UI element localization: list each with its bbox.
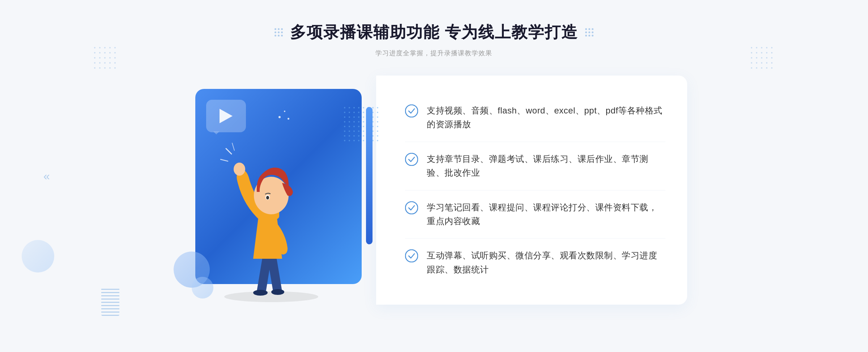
- check-icon-3: [405, 201, 418, 214]
- feature-text-2: 支持章节目录、弹题考试、课后练习、课后作业、章节测验、批改作业: [427, 152, 665, 180]
- svg-line-11: [221, 159, 228, 161]
- svg-line-10: [226, 149, 231, 154]
- left-nav-arrow[interactable]: «: [43, 169, 50, 183]
- title-row: 多项录播课辅助功能 专为线上教学打造: [275, 22, 593, 43]
- svg-point-13: [405, 105, 418, 117]
- feature-item-4: 互动弹幕、试听购买、微信分享、观看次数限制、学习进度跟踪、数据统计: [405, 239, 665, 287]
- svg-point-0: [224, 291, 318, 302]
- feature-item-2: 支持章节目录、弹题考试、课后练习、课后作业、章节测验、批改作业: [405, 142, 665, 190]
- feature-item-1: 支持视频、音频、flash、word、excel、ppt、pdf等各种格式的资源…: [405, 94, 665, 142]
- title-deco-right: [585, 28, 593, 37]
- feature-text-4: 互动弹幕、试听购买、微信分享、观看次数限制、学习进度跟踪、数据统计: [427, 249, 665, 276]
- header-section: 多项录播课辅助功能 专为线上教学打造 学习进度全掌握，提升录播课教学效果: [275, 22, 593, 57]
- illustration-wrapper: [181, 78, 383, 302]
- deco-dots-left: [94, 47, 117, 70]
- title-deco-left: [275, 28, 283, 37]
- check-icon-2: [405, 153, 418, 166]
- far-left-circle-deco: [22, 240, 54, 272]
- svg-point-16: [405, 250, 418, 262]
- svg-point-9: [266, 196, 269, 199]
- svg-rect-5: [238, 163, 241, 171]
- check-icon-1: [405, 104, 418, 117]
- subtitle: 学习进度全掌握，提升录播课教学效果: [375, 49, 492, 57]
- illus-blue-bar: [366, 107, 373, 244]
- stripe-decoration: [101, 287, 119, 316]
- play-icon: [220, 109, 233, 123]
- person-illustration: [210, 125, 333, 302]
- svg-line-12: [232, 143, 234, 150]
- feature-text-1: 支持视频、音频、flash、word、excel、ppt、pdf等各种格式的资源…: [427, 104, 665, 132]
- features-panel: 支持视频、音频、flash、word、excel、ppt、pdf等各种格式的资源…: [376, 76, 687, 305]
- svg-point-1: [253, 290, 268, 296]
- content-area: 支持视频、音频、flash、word、excel、ppt、pdf等各种格式的资源…: [181, 76, 687, 305]
- main-title: 多项录播课辅助功能 专为线上教学打造: [290, 22, 578, 43]
- feature-text-3: 学习笔记回看、课程提问、课程评论打分、课件资料下载，重点内容收藏: [427, 201, 665, 228]
- illus-dots-pattern: [344, 107, 380, 143]
- svg-point-15: [405, 202, 418, 214]
- check-icon-4: [405, 249, 418, 262]
- svg-point-2: [271, 289, 284, 295]
- feature-item-3: 学习笔记回看、课程提问、课程评论打分、课件资料下载，重点内容收藏: [405, 190, 665, 239]
- page-container: « 多项录播课辅助功能 专为线上教学打造 学习进度全掌握，提升录播课教学效果: [0, 0, 868, 352]
- svg-point-14: [405, 153, 418, 166]
- deco-dots-right: [751, 47, 774, 70]
